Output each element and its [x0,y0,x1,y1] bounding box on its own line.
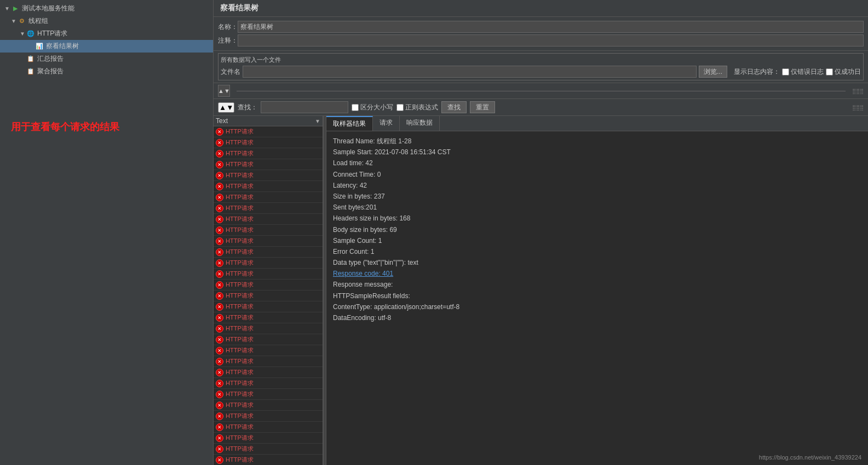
detail-line: Sent bytes:201 [333,202,861,213]
list-item[interactable]: ✕ HTTP请求 [214,400,323,411]
detail-line: Sample Count: 1 [333,236,861,246]
error-icon: ✕ [216,161,223,168]
tab-sampler-results[interactable]: 取样器结果 [326,116,373,131]
list-item[interactable]: ✕ HTTP请求 [214,422,323,433]
success-only-checkbox[interactable] [826,68,833,75]
list-item-text: HTTP请求 [226,401,254,409]
list-item-text: HTTP请求 [226,215,254,223]
list-item[interactable]: ✕ HTTP请求 [214,258,323,269]
list-item[interactable]: ✕ HTTP请求 [214,290,323,301]
grip-right: ⣿⣿⣿ [852,104,864,111]
sidebar-item-test-plan[interactable]: ▼ ▶ 测试本地服务性能 [0,2,213,15]
error-icon: ✕ [216,150,223,158]
browse-button[interactable]: 浏览... [699,66,727,78]
comment-input[interactable] [238,34,864,47]
tab-request[interactable]: 请求 [373,116,400,131]
list-item-text: HTTP请求 [226,434,254,442]
list-item[interactable]: ✕ HTTP请求 [214,389,323,400]
list-item[interactable]: ✕ HTTP请求 [214,433,323,444]
detail-line: Response code: 401 [333,269,861,279]
list-dropdown-arrow[interactable]: ▼ [315,118,320,124]
detail-line: Data type ("text"|"bin"|""): text [333,258,861,268]
collapse-button[interactable]: ▲▼ [218,85,230,97]
list-item[interactable]: ✕ HTTP请求 [214,236,323,247]
regex-checkbox[interactable] [396,104,404,111]
list-header: Text ▼ [214,116,323,126]
list-item[interactable]: ✕ HTTP请求 [214,247,323,258]
expand-arrow-3: ▼ [20,31,26,37]
list-item[interactable]: ✕ HTTP请求 [214,444,323,455]
list-item-text: HTTP请求 [226,259,254,267]
list-item-text: HTTP请求 [226,226,254,234]
sidebar-item-thread-group[interactable]: ▼ ⚙ 线程组 [0,15,213,27]
list-item[interactable]: ✕ HTTP请求 [214,159,323,170]
detail-content: Thread Name: 线程组 1-28Sample Start: 2021-… [326,131,868,465]
search-collapse-button[interactable]: ▲▼ [218,102,234,113]
list-item-text: HTTP请求 [226,182,254,190]
sidebar-item-label: 聚合报告 [37,67,64,76]
name-input[interactable] [238,21,864,33]
search-button[interactable]: 查找 [441,101,467,113]
list-item[interactable]: ✕ HTTP请求 [214,334,323,345]
list-item[interactable]: ✕ HTTP请求 [214,225,323,236]
list-item[interactable]: ✕ HTTP请求 [214,192,323,203]
detail-line: HTTPSampleResult fields: [333,291,861,301]
error-icon: ✕ [216,259,223,267]
file-input[interactable] [243,66,697,78]
error-icon: ✕ [216,380,223,387]
sidebar-item-aggregate-report[interactable]: 📋 聚合报告 [0,65,213,78]
list-item-text: HTTP请求 [226,149,254,158]
list-item-text: HTTP请求 [226,292,254,300]
sidebar-item-label: 测试本地服务性能 [22,4,74,13]
thread-group-icon: ⚙ [18,17,26,26]
detail-line: Latency: 42 [333,181,861,191]
list-item[interactable]: ✕ HTTP请求 [214,126,323,137]
list-item-text: HTTP请求 [226,357,254,365]
list-item[interactable]: ✕ HTTP请求 [214,181,323,192]
list-item[interactable]: ✕ HTTP请求 [214,378,323,389]
error-icon: ✕ [216,281,223,289]
error-only-checkbox[interactable] [782,68,789,75]
detail-line: Load time: 42 [333,158,861,168]
error-icon: ✕ [216,303,223,311]
detail-line: DataEncoding: utf-8 [333,313,861,323]
list-item[interactable]: ✕ HTTP请求 [214,301,323,312]
list-item[interactable]: ✕ HTTP请求 [214,455,323,465]
list-item[interactable]: ✕ HTTP请求 [214,356,323,367]
error-icon: ✕ [216,314,223,322]
reset-button[interactable]: 重置 [470,101,495,113]
list-item-text: HTTP请求 [226,171,254,179]
sidebar-item-label: 汇总报告 [37,54,64,63]
list-item[interactable]: ✕ HTTP请求 [214,312,323,323]
list-item[interactable]: ✕ HTTP请求 [214,323,323,334]
case-sensitive-label: 区分大小写 [352,103,393,112]
regex-label: 正则表达式 [396,103,438,112]
list-item[interactable]: ✕ HTTP请求 [214,137,323,148]
list-item[interactable]: ✕ HTTP请求 [214,170,323,181]
content-area: Text ▼ ✕ HTTP请求 ✕ HTTP请求 ✕ HTTP请求 ✕ HTTP… [214,116,868,465]
list-item-text: HTTP请求 [226,138,254,147]
list-item[interactable]: ✕ HTTP请求 [214,411,323,422]
list-item[interactable]: ✕ HTTP请求 [214,269,323,280]
sidebar-item-http-request[interactable]: ▼ 🌐 HTTP请求 [0,27,213,40]
list-item[interactable]: ✕ HTTP请求 [214,367,323,378]
case-sensitive-checkbox[interactable] [352,104,359,111]
list-item[interactable]: ✕ HTTP请求 [214,214,323,225]
detail-link[interactable]: Response code: 401 [333,270,393,277]
detail-panel: 取样器结果 请求 响应数据 Thread Name: 线程组 1-28Sampl… [326,116,868,465]
list-item-text: HTTP请求 [226,368,254,376]
list-item[interactable]: ✕ HTTP请求 [214,280,323,290]
list-header-text: Text [216,117,315,125]
tab-response-data[interactable]: 响应数据 [400,116,440,131]
sidebar-item-view-results-tree[interactable]: 📊 察看结果树 [0,40,213,53]
search-input[interactable] [261,101,348,113]
detail-line: Response message: [333,280,861,290]
file-row: 文件名 浏览... 显示日志内容： 仅错误日志 仅成功日 [221,66,861,78]
list-item[interactable]: ✕ HTTP请求 [214,345,323,356]
expand-arrow: ▼ [4,5,11,11]
aggregate-icon: 📋 [26,67,35,76]
list-item[interactable]: ✕ HTTP请求 [214,203,323,214]
error-icon: ✕ [216,402,223,409]
sidebar-item-summary-report[interactable]: 📋 汇总报告 [0,53,213,65]
list-item[interactable]: ✕ HTTP请求 [214,148,323,159]
